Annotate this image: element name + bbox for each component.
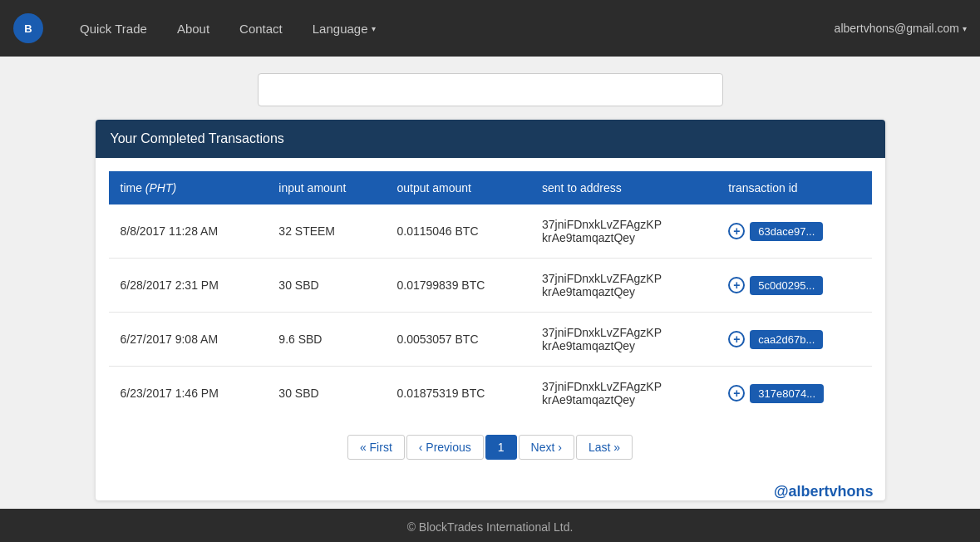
col-output: output amount <box>385 171 530 204</box>
cell-address: 37jniFDnxkLvZFAgzKPkrAe9tamqaztQey <box>530 204 717 259</box>
expand-tx-icon[interactable]: + <box>728 223 745 239</box>
cell-txid: + 317e8074... <box>717 367 871 421</box>
cell-input: 32 STEEM <box>267 204 385 259</box>
expand-tx-icon[interactable]: + <box>728 331 745 347</box>
table-row: 6/28/2017 2:31 PM 30 SBD 0.01799839 BTC … <box>109 259 872 313</box>
tx-id-badge[interactable]: 5c0d0295... <box>750 276 823 295</box>
col-time: time (PHT) <box>109 171 268 204</box>
cell-address: 37jniFDnxkLvZFAgzKPkrAe9tamqaztQey <box>530 259 717 313</box>
cell-time: 8/8/2017 11:28 AM <box>109 204 268 259</box>
cell-txid: + 63dace97... <box>717 204 871 259</box>
cell-output: 0.01875319 BTC <box>385 367 530 421</box>
svg-text:B: B <box>24 22 32 35</box>
user-email: albertvhons@gmail.com <box>835 22 959 35</box>
navbar-brand[interactable]: B <box>13 13 48 43</box>
cell-time: 6/28/2017 2:31 PM <box>109 259 268 313</box>
language-dropdown-icon: ▾ <box>372 24 376 33</box>
table-row: 8/8/2017 11:28 AM 32 STEEM 0.0115046 BTC… <box>109 204 872 259</box>
current-page-button[interactable]: 1 <box>485 435 517 460</box>
user-dropdown-icon: ▾ <box>963 24 967 33</box>
table-row: 6/23/2017 1:46 PM 30 SBD 0.01875319 BTC … <box>109 367 872 421</box>
expand-tx-icon[interactable]: + <box>728 277 745 293</box>
tx-id-badge[interactable]: caa2d67b... <box>750 330 823 349</box>
table-body: 8/8/2017 11:28 AM 32 STEEM 0.0115046 BTC… <box>109 204 872 420</box>
transactions-card: Your Completed Transactions time (PHT) i… <box>96 120 885 500</box>
logo-icon: B <box>13 13 43 43</box>
nav-language[interactable]: Language ▾ <box>298 22 391 36</box>
cell-input: 30 SBD <box>267 259 385 313</box>
card-body: time (PHT) input amount output amount se… <box>96 158 885 476</box>
tx-id-badge[interactable]: 317e8074... <box>750 384 824 403</box>
cell-address: 37jniFDnxkLvZFAgzKPkrAe9tamqaztQey <box>530 313 717 367</box>
nav-quick-trade[interactable]: Quick Trade <box>65 22 162 36</box>
nav-about[interactable]: About <box>162 22 224 36</box>
cell-output: 0.0115046 BTC <box>385 204 530 259</box>
transactions-table: time (PHT) input amount output amount se… <box>109 171 872 420</box>
cell-address: 37jniFDnxkLvZFAgzKPkrAe9tamqaztQey <box>530 367 717 421</box>
footer: © BlockTrades International Ltd. <box>0 509 980 542</box>
last-page-button[interactable]: Last » <box>576 435 633 460</box>
cell-input: 30 SBD <box>267 367 385 421</box>
expand-tx-icon[interactable]: + <box>728 385 745 402</box>
cell-txid: + caa2d67b... <box>717 313 871 367</box>
navbar-links: Quick Trade About Contact Language ▾ <box>65 22 391 36</box>
first-page-button[interactable]: « First <box>347 435 405 460</box>
prev-page-button[interactable]: ‹ Previous <box>406 435 484 460</box>
navbar: B Quick Trade About Contact Language ▾ a… <box>0 0 980 57</box>
table-header: time (PHT) input amount output amount se… <box>109 171 872 204</box>
cell-output: 0.01799839 BTC <box>385 259 530 313</box>
cell-txid: + 5c0d0295... <box>717 259 871 313</box>
user-menu[interactable]: albertvhons@gmail.com ▾ <box>835 22 967 35</box>
cell-input: 9.6 SBD <box>267 313 385 367</box>
next-page-button[interactable]: Next › <box>519 435 574 460</box>
table-row: 6/27/2017 9:08 AM 9.6 SBD 0.0053057 BTC … <box>109 313 872 367</box>
search-bar[interactable] <box>258 73 723 106</box>
pagination: « First ‹ Previous 1 Next › Last » <box>109 435 872 460</box>
col-txid: transaction id <box>717 171 871 204</box>
col-address: sent to address <box>530 171 717 204</box>
username-watermark: @albertvhons <box>96 476 885 500</box>
cell-time: 6/27/2017 9:08 AM <box>109 313 268 367</box>
main-content: Your Completed Transactions time (PHT) i… <box>0 57 980 509</box>
card-header: Your Completed Transactions <box>96 120 885 158</box>
cell-time: 6/23/2017 1:46 PM <box>109 367 268 421</box>
col-input: input amount <box>267 171 385 204</box>
cell-output: 0.0053057 BTC <box>385 313 530 367</box>
nav-contact[interactable]: Contact <box>224 22 298 36</box>
tx-id-badge[interactable]: 63dace97... <box>750 222 823 241</box>
